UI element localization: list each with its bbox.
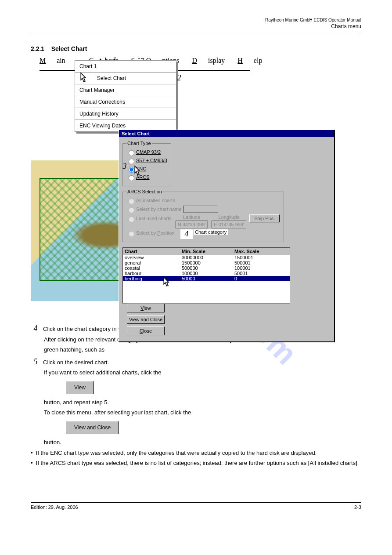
cursor-icon (133, 165, 145, 176)
inline-view-close-button: View and Close (66, 421, 119, 434)
section-heading: 2.2.1 Select Chart (31, 45, 361, 52)
ship-pos-button: Ship Pos. (249, 214, 280, 222)
col-chart: Chart (125, 249, 182, 254)
table-row[interactable]: harbour10000050001 (123, 271, 290, 276)
dropdown-chart1[interactable]: Chart 1 (75, 61, 176, 73)
chart-name-field (183, 206, 218, 213)
table-row[interactable]: coastal500000100001 (123, 265, 290, 271)
lon-box: Longitude E 014°45.999' (212, 214, 246, 229)
radio-s57[interactable]: S57 + CM93/3 (126, 157, 167, 164)
col-min: Min. Scale (182, 249, 234, 254)
arcs-all: All installed charts (126, 197, 280, 204)
col-max: Max. Scale (234, 249, 283, 254)
view-close-button[interactable]: View and Close (127, 315, 165, 324)
arcs-last: Last used charts Latitude N 34°33.099' L… (126, 214, 280, 229)
bullet-2: • If the ARCS chart type was selected, t… (31, 459, 361, 467)
table-row[interactable]: overview300000001500001 (123, 255, 290, 260)
radio-enc[interactable]: ENC (126, 166, 167, 173)
radio-arcs[interactable]: ARCS (126, 174, 167, 181)
chart-type-legend: Chart Type (126, 141, 152, 146)
menu-main[interactable]: Main (40, 57, 76, 64)
page-header: Raytheon Marine GmbH ECDIS Operator Manu… (31, 18, 361, 34)
radio-cmap[interactable]: CMAP 93/2 (126, 149, 167, 156)
menubar-figure: Main Charts S-57 Options Display Help 1 … (31, 57, 361, 310)
section-title: Select Chart (51, 45, 87, 52)
table-row[interactable]: general1500000500001 (123, 260, 290, 265)
header-section: Charts menu (31, 23, 361, 29)
footer-edition: Edition: 29. Aug. 2006 (31, 504, 78, 510)
step-4: 4 (180, 229, 193, 239)
instructions-block: 4Click on the chart category in which th… (31, 323, 361, 467)
close-button[interactable]: Close (127, 326, 165, 335)
header-rule (31, 34, 361, 34)
inline-view-button: View (66, 381, 94, 394)
footer-page: 2-3 (354, 504, 361, 510)
book-title: Raytheon Marine GmbH ECDIS Operator Manu… (31, 18, 361, 22)
view-button[interactable]: View (127, 304, 165, 312)
arcs-legend: ARCS Selection (126, 189, 163, 194)
menu-display[interactable]: Display (192, 57, 225, 64)
menu-help[interactable]: Help (237, 57, 262, 64)
cursor-icon (162, 276, 174, 287)
page-footer: Edition: 29. Aug. 2006 2-3 (31, 502, 361, 510)
step-4-note: Chart category (194, 229, 228, 235)
select-chart-dialog: Select Chart Chart Type CMAP 93/2 S57 + … (119, 130, 334, 342)
step-3: 3 (120, 162, 129, 171)
dialog-title: Select Chart (119, 130, 334, 137)
lat-box: Latitude N 34°33.099' (176, 214, 208, 229)
section-number: 2.2.1 (31, 45, 44, 52)
bullet-1: • If the ENC chart type was selected, on… (31, 449, 361, 457)
arcs-byname: Select by chart name (126, 206, 280, 213)
table-row-selected[interactable]: berthing500000 (123, 276, 290, 281)
chart-category-table: Chart Min. Scale Max. Scale overview3000… (122, 247, 290, 304)
